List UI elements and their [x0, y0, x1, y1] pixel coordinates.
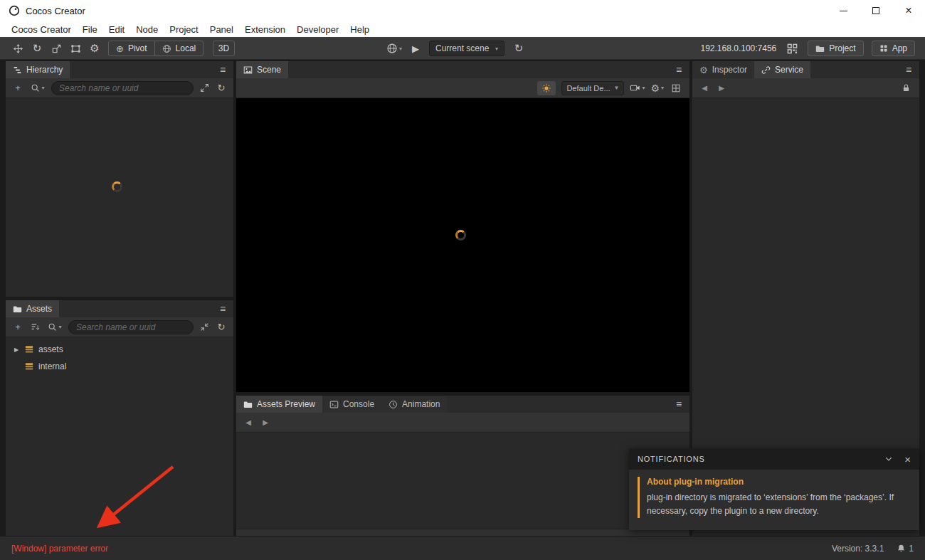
- scene-light-toggle[interactable]: [537, 81, 556, 95]
- assets-search-input[interactable]: [68, 320, 194, 334]
- notifications-bell-button[interactable]: 1: [897, 544, 914, 554]
- scale-tool-button[interactable]: [48, 41, 64, 56]
- tab-animation[interactable]: Animation: [381, 396, 447, 413]
- hierarchy-search-filter-button[interactable]: ▾: [28, 82, 47, 95]
- menu-extension[interactable]: Extension: [239, 24, 291, 35]
- tab-assets-preview[interactable]: Assets Preview: [236, 396, 322, 413]
- qr-code-button[interactable]: [784, 41, 800, 56]
- menu-edit[interactable]: Edit: [103, 24, 130, 35]
- assets-menu-button[interactable]: ≡: [212, 300, 233, 317]
- preview-scrollbar-track[interactable]: [236, 529, 689, 536]
- scene-grid-toggle[interactable]: [670, 82, 682, 95]
- bottom-panel-header-fill: [447, 396, 668, 413]
- minimize-button[interactable]: [827, 0, 860, 21]
- tab-service[interactable]: Service: [754, 61, 810, 78]
- preview-body[interactable]: [236, 433, 689, 529]
- menu-panel[interactable]: Panel: [204, 24, 239, 35]
- notification-item[interactable]: About plug-in migration plug-in director…: [638, 477, 911, 518]
- open-project-button[interactable]: Project: [808, 41, 863, 56]
- inspector-menu-button[interactable]: ≡: [898, 61, 919, 78]
- inspector-header: ⚙ Inspector Service ≡: [692, 61, 919, 78]
- tab-scene[interactable]: Scene: [236, 61, 288, 78]
- assets-create-button[interactable]: +: [11, 321, 24, 334]
- preview-back-button[interactable]: ◀: [242, 416, 255, 429]
- bottom-panel-menu-button[interactable]: ≡: [668, 396, 689, 413]
- local-button[interactable]: Local: [154, 41, 204, 56]
- service-tab-label: Service: [775, 65, 803, 75]
- menu-help[interactable]: Help: [344, 24, 375, 35]
- close-button[interactable]: ×: [892, 0, 925, 21]
- minimize-icon: [840, 11, 847, 11]
- assets-header: Assets ≡: [6, 300, 233, 317]
- tree-item-internal[interactable]: internal: [6, 359, 233, 374]
- preview-target-dropdown[interactable]: ▾: [386, 43, 402, 54]
- rect-tool-button[interactable]: [68, 41, 83, 56]
- tab-console[interactable]: Console: [322, 396, 381, 413]
- hierarchy-expand-all-button[interactable]: [198, 82, 211, 95]
- inspector-tab-label: Inspector: [712, 65, 747, 75]
- inspector-forward-button[interactable]: ▶: [715, 82, 728, 95]
- tab-hierarchy[interactable]: Hierarchy: [6, 61, 70, 78]
- tab-assets[interactable]: Assets: [6, 300, 59, 317]
- notifications-popup: NOTIFICATIONS × About plug-in migration …: [629, 448, 919, 530]
- scene-camera-dropdown[interactable]: ▾: [630, 83, 645, 93]
- status-error-message[interactable]: [Window] parameter error: [11, 544, 108, 554]
- grid-icon: [671, 83, 681, 93]
- gear-icon: ⚙: [650, 83, 660, 94]
- scene-menu-button[interactable]: ≡: [668, 61, 689, 78]
- rotate-tool-button[interactable]: ↻: [29, 41, 45, 56]
- assets-header-fill: [59, 300, 212, 317]
- current-scene-select[interactable]: Current scene ▾: [429, 41, 504, 56]
- menu-cocos-creator[interactable]: Cocos Creator: [6, 24, 77, 35]
- close-icon: ×: [905, 5, 911, 16]
- arrow-right-icon: ▶: [263, 418, 268, 426]
- scene-settings-dropdown[interactable]: ⚙ ▾: [650, 83, 664, 94]
- maximize-button[interactable]: [860, 0, 892, 21]
- inspector-back-button[interactable]: ◀: [698, 82, 711, 95]
- menu-file[interactable]: File: [77, 24, 103, 35]
- gizmo-settings-button[interactable]: ⚙: [87, 41, 102, 56]
- assets-search-filter-button[interactable]: ▾: [46, 321, 64, 334]
- console-tab-label: Console: [343, 399, 374, 409]
- search-icon: [48, 322, 57, 332]
- assets-body[interactable]: ▶ assets internal: [6, 337, 233, 536]
- pivot-button[interactable]: ⊕ Pivot: [109, 41, 154, 56]
- assets-sort-button[interactable]: [28, 321, 41, 334]
- reload-preview-button[interactable]: ↻: [511, 41, 527, 56]
- preview-forward-button[interactable]: ▶: [259, 416, 272, 429]
- scale-icon: [51, 43, 62, 54]
- tab-inspector[interactable]: ⚙ Inspector: [692, 61, 754, 78]
- display-mode-select[interactable]: Default De... ▼: [561, 81, 624, 95]
- scene-tab-label: Scene: [257, 65, 281, 75]
- open-app-button[interactable]: App: [872, 41, 915, 56]
- move-tool-button[interactable]: [10, 41, 26, 56]
- assets-collapse-all-button[interactable]: [198, 321, 211, 334]
- tree-caret-icon[interactable]: ▶: [13, 347, 20, 353]
- app-logo-icon: [9, 5, 20, 16]
- toolbar-right: 192.168.0.100:7456 Project App: [701, 37, 916, 60]
- hierarchy-search-input[interactable]: [51, 81, 194, 95]
- 3d-mode-button[interactable]: 3D: [213, 41, 235, 56]
- hierarchy-create-button[interactable]: +: [11, 82, 24, 95]
- bundle-icon: [24, 344, 34, 354]
- tree-item-assets[interactable]: ▶ assets: [6, 342, 233, 357]
- rotate-icon: ↻: [33, 42, 42, 55]
- menu-developer[interactable]: Developer: [291, 24, 344, 35]
- hierarchy-refresh-button[interactable]: ↻: [215, 82, 228, 95]
- play-button[interactable]: ▶: [408, 43, 423, 54]
- refresh-icon: ↻: [218, 83, 226, 93]
- assets-tab-label: Assets: [26, 304, 52, 314]
- menu-icon: ≡: [906, 64, 911, 75]
- assets-refresh-button[interactable]: ↻: [215, 321, 228, 334]
- scene-viewport[interactable]: [236, 98, 689, 392]
- menu-project[interactable]: Project: [164, 24, 204, 35]
- menu-node[interactable]: Node: [130, 24, 164, 35]
- hierarchy-body[interactable]: [6, 98, 233, 297]
- hierarchy-menu-button[interactable]: ≡: [212, 61, 233, 78]
- animation-icon: [388, 400, 398, 409]
- notifications-close-button[interactable]: ×: [904, 454, 911, 465]
- collapse-icon: [200, 322, 209, 332]
- menu-icon: ≡: [676, 398, 682, 410]
- notifications-collapse-button[interactable]: [884, 455, 893, 463]
- inspector-lock-button[interactable]: [902, 83, 914, 93]
